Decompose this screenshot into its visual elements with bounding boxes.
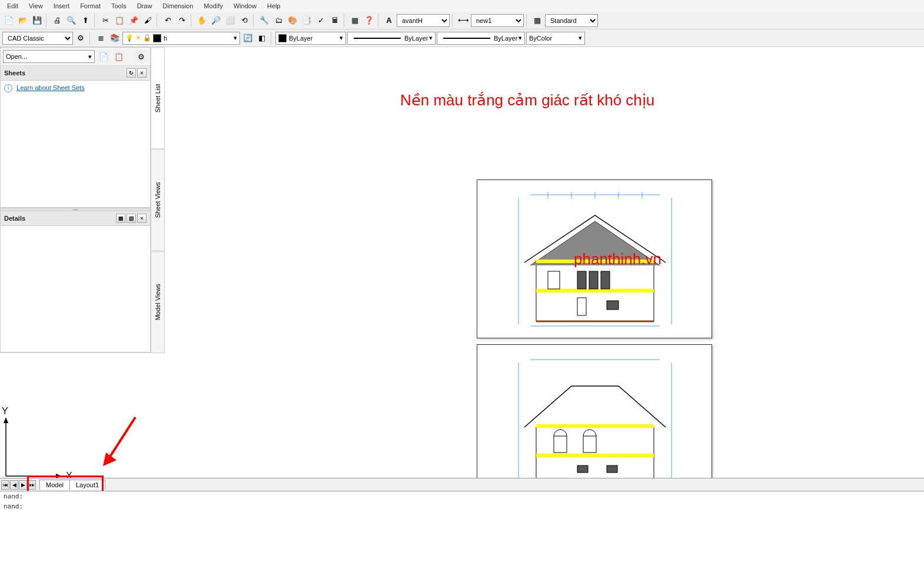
print-button[interactable]: 🖨 bbox=[51, 14, 64, 27]
details-close-button[interactable]: × bbox=[137, 214, 147, 223]
undo-icon: ↶ bbox=[165, 16, 171, 25]
color-combo[interactable]: ByLayer ▾ bbox=[275, 32, 346, 45]
designcenter-button[interactable]: 🗂 bbox=[272, 14, 285, 27]
dimstyle-select[interactable]: new1 bbox=[471, 14, 524, 27]
menu-dimension[interactable]: Dimension bbox=[158, 1, 198, 11]
preview-button[interactable]: 🔍 bbox=[65, 14, 78, 27]
undo-button[interactable]: ↶ bbox=[161, 14, 174, 27]
menu-bar: Edit View Insert Format Tools Draw Dimen… bbox=[0, 0, 924, 12]
menu-tools[interactable]: Tools bbox=[107, 1, 131, 11]
separator bbox=[94, 14, 97, 27]
publish-button[interactable]: ⬆ bbox=[79, 14, 92, 27]
zoom-window-icon: ⬜ bbox=[225, 16, 235, 25]
tab-first-button[interactable]: ⏮ bbox=[1, 480, 9, 490]
table-style-button[interactable]: ▦ bbox=[531, 14, 544, 27]
zoom-rt-button[interactable]: 🔎 bbox=[210, 14, 222, 27]
sheet-sel-icon: 📋 bbox=[114, 52, 124, 61]
save-button[interactable]: 💾 bbox=[31, 14, 44, 27]
help-button[interactable]: ❓ bbox=[363, 14, 375, 27]
details-body bbox=[1, 226, 150, 353]
sheet-button[interactable]: 📑 bbox=[300, 14, 313, 27]
details-thumb-button[interactable]: ▧ bbox=[127, 214, 136, 223]
markup-button[interactable]: ✓ bbox=[314, 14, 327, 27]
color-label: ByLayer bbox=[289, 35, 313, 42]
vtab-sheet-views[interactable]: Sheet Views bbox=[151, 149, 165, 251]
upload-icon: ⬆ bbox=[82, 16, 89, 25]
cut-button[interactable]: ✂ bbox=[99, 14, 112, 27]
menu-edit[interactable]: Edit bbox=[2, 1, 23, 11]
close-mini-button[interactable]: × bbox=[137, 68, 147, 78]
menu-view[interactable]: View bbox=[24, 1, 48, 11]
open-button[interactable]: 📂 bbox=[16, 14, 29, 27]
menu-window[interactable]: Window bbox=[229, 1, 261, 11]
properties-button[interactable]: 🔧 bbox=[258, 14, 271, 27]
menu-draw[interactable]: Draw bbox=[132, 1, 157, 11]
chevron-down-icon: ▾ bbox=[579, 34, 582, 42]
svg-marker-36 bbox=[103, 453, 117, 466]
panel-btn-2[interactable]: 📋 bbox=[112, 50, 125, 63]
details-title: Details bbox=[4, 215, 25, 222]
zoom-prev-button[interactable]: ⟲ bbox=[238, 14, 251, 27]
layer-combo[interactable]: 💡 ☀ 🔓 h ▾ bbox=[122, 32, 240, 45]
dim-icon: ⟷ bbox=[458, 16, 469, 25]
markup-icon: ✓ bbox=[318, 16, 324, 25]
panel-btn-1[interactable]: 📄 bbox=[97, 50, 110, 63]
menu-modify[interactable]: Modify bbox=[199, 1, 227, 11]
zoom-icon: 🔎 bbox=[211, 16, 221, 25]
panel-btn-3[interactable]: ⚙ bbox=[135, 50, 148, 63]
tab-prev-button[interactable]: ◀ bbox=[10, 480, 18, 490]
linetype-combo[interactable]: ByLayer ▾ bbox=[347, 32, 436, 45]
tab-next-button[interactable]: ▶ bbox=[19, 480, 27, 490]
text-style-button[interactable]: A bbox=[383, 14, 395, 27]
disk-icon: 💾 bbox=[32, 16, 42, 25]
learn-link[interactable]: Learn about Sheet Sets bbox=[16, 84, 85, 91]
new-button[interactable]: 📄 bbox=[2, 14, 15, 27]
calc-button[interactable]: 🖩 bbox=[328, 14, 341, 27]
lineweight-combo[interactable]: ByLayer ▾ bbox=[437, 32, 525, 45]
drawing-canvas[interactable] bbox=[165, 47, 924, 488]
separator bbox=[157, 14, 159, 27]
layer-prev-button[interactable]: 🔄 bbox=[241, 32, 254, 45]
redo-button[interactable]: ↷ bbox=[175, 14, 188, 27]
scissors-icon: ✂ bbox=[102, 16, 109, 25]
zoom-win-button[interactable]: ⬜ bbox=[224, 14, 237, 27]
svg-rect-3 bbox=[548, 271, 560, 289]
command-prompt-2: nand: bbox=[0, 501, 924, 511]
command-window[interactable]: nand: nand: bbox=[0, 491, 924, 582]
toolbar-row-1: 📄 📂 💾 🖨 🔍 ⬆ ✂ 📋 📌 🖌 ↶ ↷ ✋ 🔎 ⬜ ⟲ 🔧 🗂 🎨 📑 … bbox=[0, 12, 924, 29]
menu-insert[interactable]: Insert bbox=[49, 1, 75, 11]
separator bbox=[526, 14, 529, 27]
workspace-select[interactable]: CAD Classic bbox=[2, 32, 73, 45]
match-button[interactable]: 🖌 bbox=[141, 14, 154, 27]
details-view-button[interactable]: ▦ bbox=[116, 214, 125, 223]
separator bbox=[253, 14, 255, 27]
annotation-text-1: Nền màu trắng cảm giác rất khó chịu bbox=[400, 91, 654, 109]
copy-button[interactable]: 📋 bbox=[113, 14, 126, 27]
font-select[interactable]: avantH bbox=[397, 14, 450, 27]
details-icons: ▦ ▧ × bbox=[116, 214, 147, 223]
refresh-mini-button[interactable]: ↻ bbox=[127, 68, 136, 78]
annotation-arrow bbox=[100, 414, 141, 467]
sheet-new-icon: 📄 bbox=[99, 52, 108, 61]
viewport-2[interactable] bbox=[477, 344, 712, 488]
paste-button[interactable]: 📌 bbox=[127, 14, 140, 27]
pan-button[interactable]: ✋ bbox=[195, 14, 208, 27]
menu-help[interactable]: Help bbox=[262, 1, 285, 11]
designcenter-icon: 🗂 bbox=[275, 16, 282, 25]
block-button[interactable]: ▦ bbox=[348, 14, 361, 27]
svg-rect-7 bbox=[577, 298, 586, 315]
vtab-model-views[interactable]: Model Views bbox=[151, 251, 165, 353]
tablestyle-select[interactable]: Standard bbox=[545, 14, 598, 27]
dim-style-button[interactable]: ⟷ bbox=[457, 14, 470, 27]
menu-format[interactable]: Format bbox=[75, 1, 105, 11]
open-dropdown[interactable]: Open... ▾ bbox=[3, 50, 95, 63]
layer-iso-button[interactable]: ◧ bbox=[255, 32, 268, 45]
separator bbox=[271, 32, 273, 45]
sun-icon: ☀ bbox=[135, 34, 141, 42]
toolpalette-button[interactable]: 🎨 bbox=[286, 14, 299, 27]
layer-states-button[interactable]: 📚 bbox=[108, 32, 121, 45]
workspace-settings-button[interactable]: ⚙ bbox=[74, 32, 87, 45]
layer-props-button[interactable]: ≣ bbox=[94, 32, 107, 45]
vtab-sheet-list[interactable]: Sheet List bbox=[151, 47, 165, 149]
plotstyle-combo[interactable]: ByColor ▾ bbox=[526, 32, 585, 45]
